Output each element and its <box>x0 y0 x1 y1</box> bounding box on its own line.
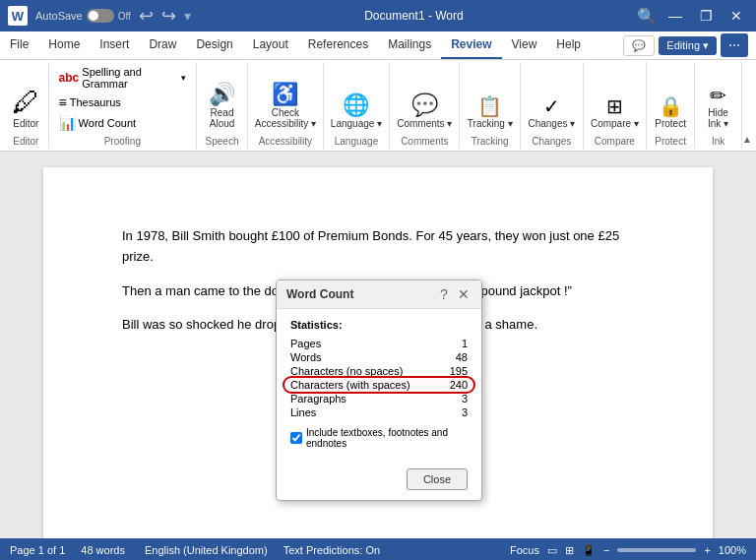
document-area: In 1978, Bill Smith bought £100 of Premi… <box>0 152 756 538</box>
tab-references[interactable]: References <box>298 31 378 59</box>
tracking-label: Tracking ▾ <box>468 118 513 129</box>
proofing-group-label: Proofing <box>104 133 141 149</box>
thesaurus-button[interactable]: ≡ Thesaurus <box>55 93 190 112</box>
paragraphs-label: Paragraphs <box>290 393 346 404</box>
word-count-button[interactable]: 📊 Word Count <box>55 113 190 133</box>
include-textboxes-checkbox[interactable]: Include textboxes, footnotes and endnote… <box>290 427 468 449</box>
view-multi-icon[interactable]: ⊞ <box>565 544 574 557</box>
dialog-close-button[interactable]: Close <box>407 468 468 490</box>
minimize-button[interactable]: — <box>662 6 688 26</box>
spelling-grammar-button[interactable]: abc Spelling and Grammar ▾ <box>55 64 190 92</box>
comments-button[interactable]: 💬 <box>623 35 655 56</box>
ribbon-group-proofing: abc Spelling and Grammar ▾ ≡ Thesaurus 📊… <box>49 62 197 149</box>
maximize-button[interactable]: ❐ <box>694 6 719 26</box>
protect-button[interactable]: 🔒 Protect <box>651 94 690 131</box>
status-right: Focus ▭ ⊞ 📱 − + 100% <box>510 544 746 557</box>
editor-icon: 🖊 <box>12 89 39 116</box>
comments-ribbon-button[interactable]: 💬 Comments ▾ <box>393 93 456 131</box>
hide-ink-button[interactable]: ✏ HideInk ▾ <box>701 84 736 131</box>
zoom-in-icon[interactable]: + <box>704 544 710 556</box>
tab-mailings[interactable]: Mailings <box>378 31 441 59</box>
editor-label: Editor <box>13 118 38 129</box>
tab-layout[interactable]: Layout <box>243 31 298 59</box>
editing-button[interactable]: Editing ▾ <box>659 36 717 55</box>
thesaurus-icon: ≡ <box>59 94 67 110</box>
chars-no-spaces-value: 195 <box>450 365 468 377</box>
accessibility-label: CheckAccessibility ▾ <box>255 107 316 129</box>
comment-icon: 💬 <box>632 39 646 52</box>
stat-pages: Pages 1 <box>290 337 468 350</box>
ribbon-tabs: File Home Insert Draw Design Layout Refe… <box>0 31 623 59</box>
stat-paragraphs: Paragraphs 3 <box>290 392 468 405</box>
comments-group-label: Comments <box>401 133 448 149</box>
compare-group-label: Compare <box>595 133 635 149</box>
ribbon-group-changes: ✓ Changes ▾ Changes <box>521 62 584 149</box>
view-single-icon[interactable]: ▭ <box>547 544 557 557</box>
editing-label: Editing <box>666 39 700 51</box>
dialog-close-x-button[interactable]: ✕ <box>456 286 472 302</box>
editor-item: 🖊 Editor <box>8 64 43 133</box>
paragraphs-value: 3 <box>462 393 468 404</box>
textboxes-checkbox-input[interactable] <box>290 432 302 444</box>
tab-draw[interactable]: Draw <box>139 31 186 59</box>
ribbon-group-language: 🌐 Language ▾ Language <box>324 62 391 149</box>
tab-view[interactable]: View <box>502 31 547 59</box>
tracking-group-label: Tracking <box>472 133 509 149</box>
chars-with-spaces-value: 240 <box>450 379 468 391</box>
pages-label: Pages <box>290 338 321 349</box>
word-count-label: Word Count <box>79 117 137 129</box>
tab-design[interactable]: Design <box>186 31 242 59</box>
close-button[interactable]: ✕ <box>724 6 748 26</box>
redo-icon[interactable]: ↪ <box>161 5 176 27</box>
customize-icon[interactable]: ▾ <box>184 8 191 24</box>
tracking-button[interactable]: 📋 Tracking ▾ <box>464 94 517 131</box>
changes-group-label: Changes <box>532 133 571 149</box>
read-aloud-label: ReadAloud <box>210 107 235 129</box>
ribbon-expand[interactable]: ▲ <box>742 62 752 149</box>
tab-help[interactable]: Help <box>546 31 591 59</box>
tab-insert[interactable]: Insert <box>90 31 139 59</box>
ribbon-group-comments: 💬 Comments ▾ Comments <box>390 62 460 149</box>
language-button[interactable]: 🌐 Language ▾ <box>327 93 386 131</box>
comments-label: Comments ▾ <box>397 118 452 129</box>
view-mobile-icon[interactable]: 📱 <box>582 544 596 557</box>
read-aloud-button[interactable]: 🔊 ReadAloud <box>205 82 240 131</box>
word-count-dialog: Word Count ? ✕ Statistics: Pages 1 Words… <box>276 280 482 501</box>
autosave-toggle[interactable] <box>87 9 114 23</box>
stat-lines: Lines 3 <box>290 405 468 419</box>
tab-home[interactable]: Home <box>38 31 90 59</box>
tab-file[interactable]: File <box>0 31 38 59</box>
zoom-slider[interactable] <box>617 548 696 552</box>
ribbon-group-tracking: 📋 Tracking ▾ Tracking <box>460 62 521 149</box>
search-icon[interactable]: 🔍 <box>637 7 657 26</box>
undo-icon[interactable]: ↩ <box>139 5 154 27</box>
zoom-out-icon[interactable]: − <box>603 544 609 556</box>
ribbon-content: 🖊 Editor Editor abc Spelling and Grammar… <box>0 60 756 152</box>
spelling-label: Spelling and Grammar <box>82 66 176 90</box>
changes-button[interactable]: ✓ Changes ▾ <box>524 94 579 131</box>
check-accessibility-button[interactable]: ♿ CheckAccessibility ▾ <box>251 82 320 131</box>
compare-label: Compare ▾ <box>591 118 639 129</box>
stat-chars-no-spaces: Characters (no spaces) 195 <box>290 364 468 378</box>
accessibility-group-label: Accessibility <box>259 133 312 149</box>
word-logo: W <box>8 6 28 26</box>
words-label: Words <box>290 351 322 363</box>
editor-button[interactable]: 🖊 Editor <box>8 87 43 131</box>
thesaurus-label: Thesaurus <box>70 96 121 108</box>
compare-button[interactable]: ⊞ Compare ▾ <box>587 94 643 131</box>
focus-button[interactable]: Focus <box>510 544 539 556</box>
tab-review[interactable]: Review <box>441 31 501 59</box>
page-info: Page 1 of 1 <box>10 544 65 556</box>
ribbon-group-editor: 🖊 Editor Editor <box>4 62 49 149</box>
dialog-help-button[interactable]: ? <box>436 286 452 302</box>
ribbon-group-compare: ⊞ Compare ▾ Compare <box>584 62 648 149</box>
language-status: English (United Kingdom) <box>145 544 268 556</box>
document-title: Document1 - Word <box>191 9 637 23</box>
textboxes-checkbox-label: Include textboxes, footnotes and endnote… <box>306 427 468 449</box>
word-count-status: 48 words <box>81 544 125 556</box>
ribbon-group-protect: 🔒 Protect Protect <box>647 62 695 149</box>
more-options-button[interactable]: ⋯ <box>721 33 748 57</box>
read-aloud-icon: 🔊 <box>209 84 235 105</box>
ribbon-tabs-row: File Home Insert Draw Design Layout Refe… <box>0 31 756 60</box>
spelling-chevron: ▾ <box>181 73 186 83</box>
